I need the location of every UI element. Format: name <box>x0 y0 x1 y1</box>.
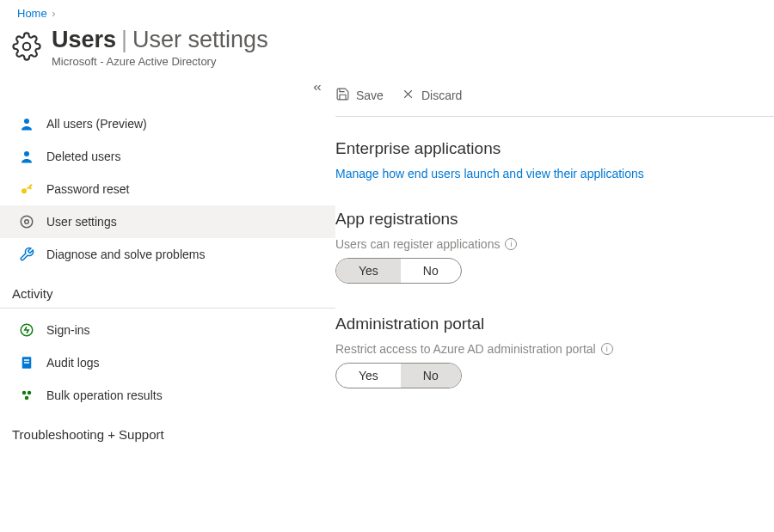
gear-icon <box>12 27 41 64</box>
sidebar-section-troubleshoot: Troubleshooting + Support <box>0 412 335 449</box>
info-icon[interactable]: i <box>505 238 517 250</box>
svg-point-2 <box>24 151 29 156</box>
admin-toggle[interactable]: Yes No <box>335 363 462 388</box>
svg-rect-9 <box>24 362 29 364</box>
sidebar-item-user-settings[interactable]: User settings <box>0 205 335 238</box>
svg-point-11 <box>28 391 32 395</box>
app-registrations-heading: App registrations <box>335 210 774 229</box>
svg-point-0 <box>23 43 31 51</box>
sidebar-item-diagnose[interactable]: Diagnose and solve problems <box>0 238 335 271</box>
key-icon <box>19 181 34 197</box>
svg-point-3 <box>22 188 27 193</box>
sidebar-item-label: Bulk operation results <box>46 388 163 402</box>
sidebar-item-label: All users (Preview) <box>46 117 147 131</box>
save-icon <box>335 87 350 104</box>
discard-button[interactable]: Discard <box>401 87 462 104</box>
gear-icon <box>19 214 34 229</box>
person-icon <box>19 116 34 131</box>
signin-icon <box>19 322 34 338</box>
breadcrumb: Home › <box>0 0 774 27</box>
sidebar-item-deleted-users[interactable]: Deleted users <box>0 140 335 173</box>
sidebar-item-bulk-results[interactable]: Bulk operation results <box>0 379 335 412</box>
appreg-no-option[interactable]: No <box>401 259 461 283</box>
sidebar-item-label: Audit logs <box>46 356 99 370</box>
admin-yes-option[interactable]: Yes <box>336 364 401 388</box>
bulk-icon <box>19 388 34 403</box>
wrench-icon <box>19 247 34 262</box>
sidebar-item-label: User settings <box>46 215 117 229</box>
log-icon <box>19 355 34 370</box>
sidebar-section-activity: Activity <box>0 271 335 309</box>
svg-point-1 <box>24 119 29 124</box>
enterprise-apps-heading: Enterprise applications <box>335 139 774 158</box>
admin-portal-heading: Administration portal <box>335 315 774 333</box>
appreg-yes-option[interactable]: Yes <box>336 259 401 283</box>
sidebar-item-audit-logs[interactable]: Audit logs <box>0 346 335 379</box>
svg-rect-8 <box>24 359 29 361</box>
main-content: Save Discard Enterprise applications Man… <box>335 78 774 454</box>
breadcrumb-home[interactable]: Home <box>17 7 47 20</box>
chevron-right-icon: › <box>52 7 55 20</box>
save-button[interactable]: Save <box>335 87 384 104</box>
page-subtitle: Microsoft - Azure Active Directory <box>52 55 268 68</box>
page-title: Users|User settings <box>52 27 268 53</box>
toolbar: Save Discard <box>335 78 774 117</box>
person-icon <box>19 149 34 164</box>
sidebar-item-label: Deleted users <box>46 150 120 163</box>
collapse-sidebar-button[interactable] <box>311 82 323 96</box>
sidebar-item-password-reset[interactable]: Password reset <box>0 173 335 205</box>
sidebar: All users (Preview) Deleted users Passwo… <box>0 78 335 454</box>
svg-point-4 <box>25 220 29 224</box>
info-icon[interactable]: i <box>601 343 613 355</box>
admin-no-option[interactable]: No <box>401 364 461 388</box>
page-header: Users|User settings Microsoft - Azure Ac… <box>0 27 774 78</box>
admin-setting-label: Restrict access to Azure AD administrati… <box>335 342 774 356</box>
sidebar-item-label: Diagnose and solve problems <box>46 248 205 261</box>
svg-point-12 <box>25 396 29 401</box>
manage-enterprise-apps-link[interactable]: Manage how end users launch and view the… <box>335 167 644 180</box>
close-icon <box>401 87 415 104</box>
sidebar-item-label: Password reset <box>46 182 129 196</box>
svg-point-10 <box>22 391 27 395</box>
sidebar-item-label: Sign-ins <box>46 323 90 337</box>
sidebar-item-all-users[interactable]: All users (Preview) <box>0 107 335 140</box>
appreg-setting-label: Users can register applications i <box>335 237 774 251</box>
sidebar-item-signins[interactable]: Sign-ins <box>0 314 335 346</box>
appreg-toggle[interactable]: Yes No <box>335 258 462 284</box>
svg-point-5 <box>21 216 33 228</box>
